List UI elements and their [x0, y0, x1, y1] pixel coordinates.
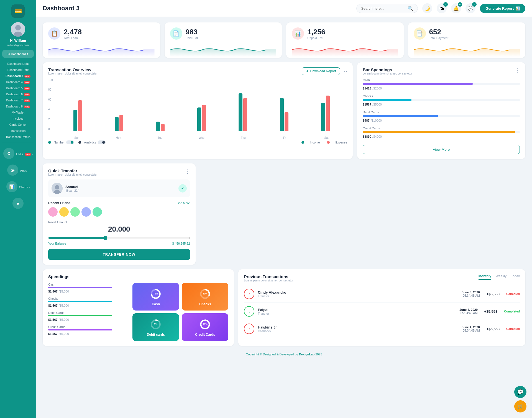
bar-spendings-menu[interactable]: ⋮: [515, 67, 520, 73]
day-label: Thu: [222, 136, 264, 139]
charts-label[interactable]: Charts ›: [19, 186, 30, 189]
tx-amount: +$5,553: [484, 309, 497, 314]
friend-avatar-1[interactable]: [48, 207, 58, 217]
bar-red: [78, 100, 82, 131]
tx-overview-menu[interactable]: ⋯: [342, 68, 347, 74]
view-more-btn[interactable]: View More: [363, 145, 520, 154]
tx-icon: ↑: [244, 289, 254, 299]
stat-card: 📊 1,256 Unpaid EMI: [286, 22, 404, 58]
search-box[interactable]: 🔍: [356, 4, 418, 13]
sidebar-nav-item[interactable]: Dashboard Dark: [4, 67, 32, 73]
tx-name: Cindy Alexandro: [258, 290, 458, 294]
prev-tx-tab[interactable]: Today: [511, 274, 520, 280]
tx-status: Canceled: [506, 327, 520, 330]
sidebar-nav-item[interactable]: Dashboard 5New: [4, 85, 32, 91]
generate-report-btn[interactable]: Generate Report 📊: [480, 4, 525, 13]
stat-number: 652: [429, 28, 449, 36]
favorites-icon-btn[interactable]: ★: [12, 198, 24, 209]
sidebar-nav-item[interactable]: Dashboard Light: [4, 61, 32, 67]
spendings-title: Spendings: [48, 274, 228, 279]
user-selected-check: ✓: [178, 184, 187, 193]
transfer-user-avatar: [52, 183, 63, 194]
bar-teal: [73, 110, 77, 131]
spending-row: Debit Cards $487 /$10000: [363, 111, 520, 123]
cms-icon-btn[interactable]: ⚙: [3, 148, 14, 159]
float-support-btn[interactable]: 💬: [514, 386, 526, 398]
sidebar-nav-item[interactable]: Invoices: [4, 116, 32, 122]
tx-type: Transfer: [258, 294, 458, 298]
quick-transfer-title: Quick Transfer: [48, 168, 98, 173]
apps-icon-btn[interactable]: ◉: [7, 165, 18, 176]
spendings-item-amount: $1,567 /$5,000: [48, 317, 128, 322]
sidebar-nav-item[interactable]: My Wallet: [4, 109, 32, 116]
friend-avatar-5[interactable]: [93, 207, 102, 217]
sidebar-nav-item[interactable]: Cards Center: [4, 122, 32, 128]
svg-text:96%: 96%: [203, 323, 208, 325]
donut-card: 30% Checks: [182, 283, 228, 311]
tx-icon: ↓: [244, 306, 254, 317]
search-icon: 🔍: [408, 6, 413, 11]
your-balance-value: $ 456,345.62: [172, 242, 190, 245]
legend-expense: Expense: [335, 141, 347, 144]
day-label: Sun: [56, 136, 98, 139]
friends-avatars: [48, 207, 190, 217]
prev-tx-tab[interactable]: Weekly: [496, 274, 507, 280]
sidebar-nav-item[interactable]: Dashboard 8New: [4, 103, 32, 109]
svg-point-1: [15, 25, 21, 30]
spending-amount: $1567 /$5000: [363, 102, 520, 107]
cart-btn[interactable]: 🛍 2: [437, 3, 447, 13]
msg-btn[interactable]: 💬 5: [466, 3, 475, 13]
sidebar-nav-item[interactable]: Transaction Details: [4, 134, 32, 140]
bar-teal: [321, 103, 325, 131]
prev-tx-tab[interactable]: Monthly: [479, 274, 491, 280]
bar-group: [305, 96, 346, 131]
friend-avatar-4[interactable]: [81, 207, 91, 217]
tx-date: June 4, 2020 05:34:45 AM: [459, 308, 477, 315]
dashboard-dropdown-btn[interactable]: ⊞ Dashboard ▾: [2, 50, 34, 58]
friend-avatar-2[interactable]: [59, 207, 69, 217]
prev-tx-list: ↑ Cindy Alexandro Transfer June 5, 2020 …: [244, 285, 520, 337]
bell-badge: 12: [458, 2, 462, 7]
day-label: Tue: [139, 136, 181, 139]
middle-section: Transaction Overview Lorem ipsum dolor s…: [43, 62, 525, 265]
apps-label[interactable]: Apps ›: [20, 169, 29, 172]
sidebar-nav-item[interactable]: Dashboard 3New: [4, 73, 32, 79]
transfer-now-btn[interactable]: TRANSFER NOW: [48, 249, 190, 260]
msg-badge: 5: [472, 2, 477, 7]
floating-buttons: 💬 🛒: [514, 386, 526, 412]
download-report-btn[interactable]: ⬇ Download Report: [302, 67, 340, 75]
quick-transfer-menu[interactable]: ⋮: [185, 168, 190, 175]
spending-bar-bg: [363, 99, 520, 101]
see-more-friends[interactable]: See More: [177, 201, 190, 205]
stat-icon: 📄: [170, 27, 182, 40]
sidebar-nav-item[interactable]: Dashboard 6New: [4, 91, 32, 97]
spendings-item-amount: $1,567 /$5,000: [48, 331, 128, 336]
bell-btn[interactable]: 🔔 12: [451, 3, 461, 13]
friend-avatar-3[interactable]: [70, 207, 80, 217]
svg-point-4: [55, 185, 59, 189]
recent-friends-label: Recent Friend: [48, 201, 70, 205]
float-cart-btn[interactable]: 🛒: [514, 400, 526, 412]
bar-red: [202, 105, 206, 131]
cms-label[interactable]: CMS New ›: [16, 152, 33, 156]
sidebar-nav-item[interactable]: Dashboard 4New: [4, 79, 32, 85]
stat-label: Paid EMI: [186, 36, 198, 40]
search-input[interactable]: [361, 6, 405, 11]
sidebar-email: william@gmail.com: [7, 44, 29, 47]
legend-analytics: Analytics: [84, 141, 96, 144]
spending-row: Cash $1415 /$2000: [363, 78, 520, 91]
spendings-item-label: Credit Cards: [48, 325, 128, 329]
bar-spendings-subtitle: Lorem ipsum dolor sit amet, consectetur: [363, 72, 412, 75]
moon-btn[interactable]: 🌙: [422, 3, 432, 13]
tx-type: Transfer: [258, 312, 456, 315]
balance-row: Your Balance $ 456,345.62: [48, 242, 190, 245]
charts-icon-btn[interactable]: 📊: [6, 181, 17, 192]
spendings-item-label: Cash: [48, 283, 128, 286]
bar-teal: [239, 93, 242, 131]
amount-slider[interactable]: [48, 236, 190, 240]
sidebar-nav-item[interactable]: Transaction: [4, 128, 32, 134]
spending-label: Credit Cards: [363, 127, 520, 130]
donut-label: Checks: [199, 302, 211, 306]
stat-label: Total Payment: [429, 36, 449, 40]
sidebar-nav-item[interactable]: Dashboard 7New: [4, 97, 32, 103]
